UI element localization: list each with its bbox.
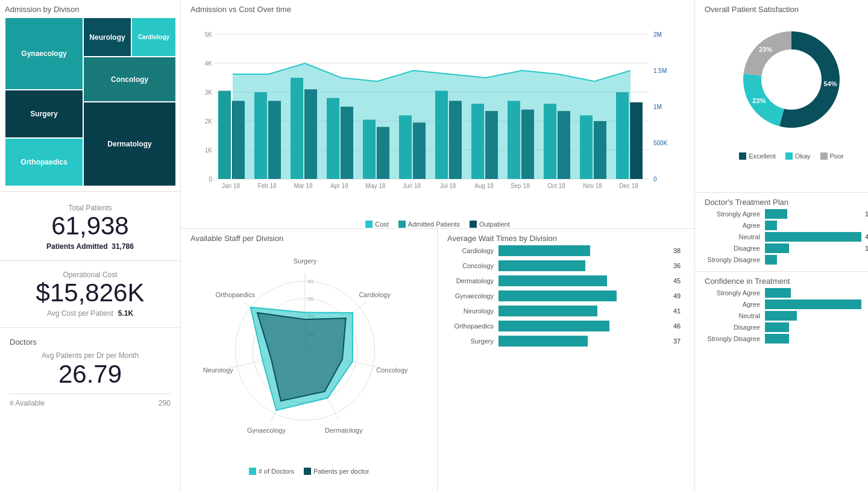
treatment-value: 48%	[861, 233, 868, 240]
wait-label: Dermatology	[447, 277, 498, 284]
available-staff-title: Available Staff per Division	[190, 234, 427, 243]
treatment-title: Doctor's Treatment Plan	[705, 198, 868, 207]
treatment-bars-container: Strongly Agree 11% Agree 6% Neutral 48% …	[705, 209, 868, 265]
svg-text:Feb 18: Feb 18	[257, 183, 277, 189]
svg-text:23%: 23%	[759, 46, 772, 53]
treatment-value: 11%	[861, 210, 868, 218]
confidence-bar	[765, 288, 791, 298]
total-patients-section: Total Patients 61,938 Patients Admitted …	[0, 192, 180, 261]
radar-section: Available Staff per Division 10203040Sur…	[181, 229, 438, 491]
wait-bar	[498, 290, 617, 301]
outpatient-label: Outpatient	[479, 221, 510, 228]
wait-bar-container	[498, 306, 670, 316]
treemap-cell-neurology: Neurology	[83, 17, 131, 57]
confidence-label: Strongly Agree	[705, 289, 765, 296]
svg-text:5K: 5K	[205, 31, 213, 38]
svg-text:0: 0	[209, 176, 212, 183]
satisfaction-legend: Excellent Okay Poor	[739, 152, 844, 160]
excellent-dot	[739, 152, 746, 160]
okay-label: Okay	[795, 152, 811, 160]
confidence-row: Agree 60	[705, 300, 868, 309]
legend-poor: Poor	[820, 152, 844, 160]
treatment-bar-container	[765, 243, 861, 253]
available-row: # Available 290	[10, 394, 171, 407]
svg-text:Sep 18: Sep 18	[511, 183, 530, 189]
treatment-row: Neutral 48%	[705, 232, 868, 242]
wait-value: 45	[670, 277, 685, 284]
radar-legend: # of Doctors Patients per doctor	[190, 468, 427, 475]
confidence-row: Strongly Agree 16	[705, 288, 868, 298]
wait-bar	[498, 260, 585, 271]
svg-text:Cardiology: Cardiology	[359, 291, 391, 298]
svg-text:Apr 18: Apr 18	[330, 183, 348, 189]
svg-text:Concology: Concology	[376, 366, 407, 374]
treatment-bar	[765, 232, 861, 242]
confidence-bar	[765, 300, 861, 309]
num-doctors-dot	[249, 468, 256, 475]
treatment-value: 12%	[861, 245, 868, 252]
svg-text:Dermatology: Dermatology	[325, 427, 363, 434]
treatment-bar-container	[765, 221, 865, 230]
treatment-bar	[765, 255, 777, 265]
confidence-row: Strongly Disagree 15	[705, 334, 868, 344]
avg-patients-dr-value: 26.79	[10, 360, 171, 389]
operational-cost-label: Operational Cost	[10, 271, 171, 279]
treatment-bar	[765, 243, 789, 253]
admitted-color-dot	[398, 221, 406, 228]
wait-bar	[498, 245, 590, 256]
wait-label: Concology	[447, 262, 498, 269]
svg-text:Jul 18: Jul 18	[440, 183, 456, 189]
wait-row: Gynaecology 49	[447, 290, 685, 301]
confidence-bars-container: Strongly Agree 16 Agree 60 Neutral 20 Di…	[705, 288, 868, 344]
admitted-label: Admitted Patients	[408, 221, 460, 228]
wait-bar-container	[498, 321, 670, 331]
confidence-section: Confidence in Treatment Strongly Agree 1…	[695, 272, 868, 350]
combo-chart: 01K2K3K4K5K0500K1M1.5M2MJan 18Feb 18Mar …	[190, 16, 685, 228]
svg-text:Aug 18: Aug 18	[474, 183, 494, 189]
patients-admitted-value: 31,786	[112, 242, 134, 251]
wait-section: Average Wait Times by Division Cardiolog…	[438, 229, 694, 491]
operational-cost-section: Operational Cost $15,826K Avg Cost per P…	[0, 261, 180, 328]
confidence-bar-container	[765, 322, 867, 332]
wait-bar	[498, 306, 597, 316]
treemap-cell-orthopaedics: Orthopaedics	[5, 138, 83, 186]
operational-cost-value: $15,826K	[10, 279, 171, 307]
donut-svg: 54%23%23%	[707, 16, 868, 149]
treatment-bar-container	[765, 232, 861, 242]
treatment-value: 6%	[865, 222, 868, 229]
wait-value: 49	[670, 292, 685, 300]
svg-text:2K: 2K	[205, 118, 213, 125]
wait-row: Dermatology 45	[447, 275, 685, 286]
svg-text:Oct 18: Oct 18	[547, 183, 565, 189]
treemap-cell-dermatology: Dermatology	[83, 102, 176, 186]
wait-value: 41	[670, 307, 685, 315]
legend-okay: Okay	[785, 152, 811, 160]
wait-bar	[498, 275, 607, 286]
treatment-label: Neutral	[705, 233, 765, 240]
available-value: 290	[159, 399, 171, 407]
svg-text:500K: 500K	[653, 140, 668, 146]
cost-label: Cost	[375, 221, 389, 228]
confidence-label: Disagree	[705, 324, 765, 331]
total-patients-value: 61,938	[10, 212, 171, 240]
okay-dot	[785, 152, 793, 160]
treatment-row: Agree 6%	[705, 221, 868, 230]
treatment-section: Doctor's Treatment Plan Strongly Agree 1…	[695, 193, 868, 272]
confidence-bar	[765, 322, 789, 332]
patients-per-doctor-dot	[304, 468, 311, 475]
treatment-label: Strongly Disagree	[705, 256, 765, 263]
treemap-chart: GynaecologyNeurologyCardiologySurgeryCon…	[5, 17, 176, 186]
treatment-label: Agree	[705, 222, 765, 229]
satisfaction-section: Overall Patient Satisfaction 54%23%23% E…	[695, 0, 868, 193]
legend-cost: Cost	[365, 221, 389, 228]
treatment-label: Disagree	[705, 245, 765, 252]
svg-text:1M: 1M	[653, 104, 662, 110]
confidence-label: Strongly Disagree	[705, 335, 765, 342]
poor-dot	[820, 152, 828, 160]
svg-text:1K: 1K	[205, 147, 213, 154]
treemap-cell-concology: Concology	[83, 57, 176, 102]
donut-wrap: 54%23%23% Excellent Okay Poor	[705, 16, 868, 160]
svg-text:Dec 18: Dec 18	[619, 183, 638, 189]
confidence-row: Disagree 15	[705, 322, 868, 332]
legend-outpatient: Outpatient	[470, 221, 510, 228]
